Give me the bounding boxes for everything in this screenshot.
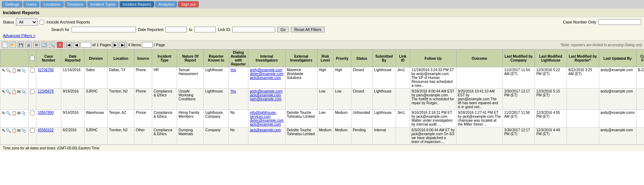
archive-label: Include Archived Reports [46,20,90,24]
th-division[interactable]: Division [84,50,108,67]
row-action-icon-3[interactable]: ✉ [17,89,21,94]
th-external-investigators[interactable]: External Investigators [285,50,317,67]
th-risk-level[interactable]: Risk Level [317,50,333,67]
th-outcome[interactable]: Outcome [456,50,503,67]
internal-investigator-email[interactable]: andy@example.com [250,89,282,93]
th-location[interactable]: Location [108,50,134,67]
icon-email[interactable]: ✉ [33,42,40,48]
row-action-icon-3[interactable]: ✉ [17,68,21,73]
nav-users[interactable]: Users [23,1,40,7]
row-checkbox[interactable] [30,111,35,115]
row-dialog-available[interactable]: No [229,110,248,127]
nav-settings[interactable]: Settings [2,1,22,7]
th-reporter-known[interactable]: Reporter Known to [204,50,229,67]
icon-open[interactable]: 📂 [10,42,16,48]
internal-investigator-email[interactable]: jack@example.com [250,122,281,126]
row-action-icon-1[interactable]: 🔍 [6,128,11,133]
row-action-icon-1[interactable]: 🔍 [6,111,11,116]
icon-refresh[interactable]: 🔄 [41,42,47,48]
datereported-from[interactable] [165,27,187,32]
internal-investigator-email[interactable]: dieter@example.com [250,118,284,122]
row-action-icon-4[interactable]: 📎 [21,68,26,73]
search-input[interactable] [72,27,136,32]
row-action-icon-2[interactable]: 📋 [11,111,17,116]
row-checkbox[interactable] [30,128,35,133]
internal-investigator-email[interactable]: jack@example.com [250,93,281,97]
icon-print[interactable]: 🖨 [25,42,32,48]
th-case-number[interactable]: Case Number [36,50,61,67]
page-input[interactable]: 1 [81,42,91,48]
th-nature-of-report[interactable]: Nature Of Report [177,50,204,67]
th-last-updated-by[interactable]: Last Updated By [599,50,636,67]
th-link-id[interactable]: Link ID [396,50,410,67]
icon-save[interactable]: 💾 [17,42,24,48]
th-dialog-available[interactable]: Dialog Available with Reporter [229,50,248,67]
th-submitted-by[interactable]: Submitted By [372,50,396,67]
th-last-mod-company[interactable]: Last Modified by Company [503,50,535,67]
internal-investigator-email[interactable]: andy@example.com [250,68,282,72]
th-priority[interactable]: Priority [333,50,351,67]
linkid-input[interactable] [232,27,275,32]
row-action-icon-2[interactable]: 📋 [11,89,17,94]
row-case-number[interactable]: 12345678 [36,89,61,110]
advanced-filters-link[interactable]: Advanced Filters > [3,33,35,38]
row-case-number[interactable]: 45560102 [36,127,61,145]
icon-delete[interactable]: ✕ [57,42,63,48]
row-action-icon-1[interactable]: 🔍 [6,68,11,73]
internal-investigator-email[interactable]: dieter@example.com [250,72,284,76]
internal-investigator-email[interactable]: jack@example.com [250,128,281,132]
row-checkbox[interactable] [30,68,35,73]
th-follow-up[interactable]: Follow Up [410,50,456,67]
last-page-btn[interactable]: ▶| [119,42,127,48]
row-action-icon-2[interactable]: 📋 [11,68,17,73]
timezone-label: Time zone for all dates and times: (GMT-… [3,146,99,150]
internal-investigator-email[interactable]: pam@example.com [250,97,282,101]
th-custom-field-1[interactable]: Custom Field 1 [636,50,644,67]
th-status[interactable]: Status [351,50,372,67]
row-action-icon-1[interactable]: 🔍 [6,89,11,94]
th-last-mod-reporter[interactable]: Last Modified by Reporter* [567,50,599,67]
th-internal-investigators[interactable]: Internal Investigators [248,50,285,67]
row-dialog-available[interactable]: Yes [229,89,248,110]
internal-investigator-email[interactable]: info@lighthouse-services.com [250,111,277,118]
row-action-icon-0[interactable]: ✎ [2,128,5,133]
row-case-number[interactable]: 10567890 [36,110,61,127]
reset-button[interactable]: Reset All Filters [291,27,324,32]
row-action-icon-0[interactable]: ✎ [2,111,5,116]
row-dialog-available[interactable]: Yes [229,67,248,89]
th-source[interactable]: Source [134,50,152,67]
perpage-input[interactable]: 25 [142,42,153,48]
prev-page-btn[interactable]: ◀ [73,42,79,48]
go-button[interactable]: Go [277,27,289,32]
archive-checkbox[interactable] [40,20,44,25]
th-last-mod-lighthouse[interactable]: Last Modified Lighthouse [535,50,567,67]
casenumber-input[interactable] [598,19,641,25]
row-case-number[interactable]: 42706780 [36,67,61,89]
row-action-icon-3[interactable]: ✉ [17,128,21,133]
nav-divisions[interactable]: Divisions [65,1,87,7]
status-select[interactable]: All [16,18,37,26]
datereported-to[interactable] [194,27,216,32]
nav-signout[interactable]: Sign out [178,1,199,7]
row-action-icon-2[interactable]: 📋 [11,128,17,133]
icon-new[interactable]: 📄 [2,42,8,48]
row-action-icon-4[interactable]: 📎 [21,111,26,116]
nav-incident-types[interactable]: Incident Types [87,1,119,7]
next-page-btn[interactable]: ▶ [112,42,118,48]
row-action-icon-0[interactable]: ✎ [2,68,5,73]
icon-search[interactable]: 🔍 [49,42,55,48]
internal-investigator-email[interactable]: jack@example.com [250,76,281,80]
th-date-reported[interactable]: Date Reported [61,50,84,67]
select-all-checkbox[interactable] [30,56,35,60]
nav-analytics[interactable]: Analytics [155,1,177,7]
nav-locations[interactable]: Locations [40,1,63,7]
row-action-icon-3[interactable]: ✉ [17,111,21,116]
nav-incident-reports[interactable]: Incident Reports [119,1,154,7]
row-action-icon-0[interactable]: ✎ [2,89,5,94]
row-checkbox[interactable] [30,89,35,94]
first-page-btn[interactable]: |◀ [65,42,72,48]
row-action-icon-4[interactable]: 📎 [21,89,26,94]
th-incident-type[interactable]: Incident Type [152,50,177,67]
row-action-icon-4[interactable]: 📎 [21,128,26,133]
row-dialog-available[interactable]: No [229,127,248,145]
